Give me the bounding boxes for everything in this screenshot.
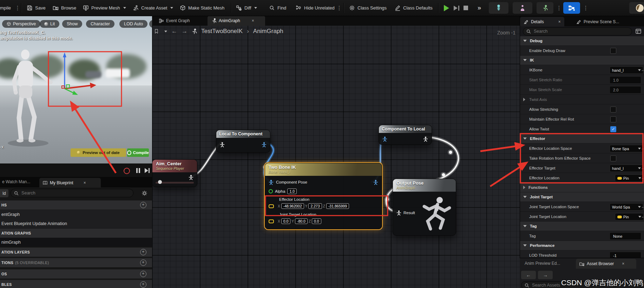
pose-pin-icon[interactable] bbox=[262, 142, 267, 147]
mesh-editor-button[interactable] bbox=[513, 2, 532, 14]
preview-out-of-date-button[interactable]: Preview out of date bbox=[71, 148, 126, 157]
reset-to-default-icon[interactable]: ← bbox=[641, 204, 644, 209]
display-filter-icon[interactable] bbox=[636, 29, 641, 34]
show-menu[interactable]: Show bbox=[62, 20, 82, 28]
gear-icon[interactable] bbox=[142, 190, 147, 196]
transform-gizmo[interactable] bbox=[62, 52, 96, 95]
pose-pin-icon[interactable] bbox=[220, 142, 225, 147]
maintain-effector-checkbox[interactable] bbox=[610, 116, 616, 122]
diff-button[interactable]: Diff bbox=[236, 0, 257, 16]
tab-anim-graph[interactable]: AnimGraph × bbox=[208, 16, 265, 26]
nav-back-icon[interactable]: ← bbox=[171, 28, 177, 35]
create-asset-button[interactable]: Create Asset bbox=[133, 0, 173, 16]
max-stretch-field[interactable]: 2.0 bbox=[610, 86, 641, 94]
joint-target-y-field[interactable]: -80.0 bbox=[295, 218, 308, 224]
compile-button-partial[interactable]: mpile bbox=[0, 0, 11, 16]
add-animation-layer-button[interactable]: + bbox=[140, 249, 146, 255]
animation-editor-options-icon[interactable]: ⋮ bbox=[556, 0, 562, 16]
close-icon[interactable]: × bbox=[558, 19, 561, 24]
search-input[interactable] bbox=[533, 28, 629, 34]
reset-to-default-icon[interactable]: ← bbox=[641, 67, 644, 72]
save-button[interactable]: Save bbox=[27, 0, 46, 16]
tab-details[interactable]: Details × bbox=[520, 17, 564, 26]
tab-asset-browser[interactable]: Asset Browser × bbox=[576, 259, 636, 269]
compile-options-icon[interactable]: ⋮ bbox=[15, 0, 20, 16]
animation-layers-section-header[interactable]: ATION LAYERS + bbox=[0, 248, 152, 257]
alpha-pin-icon[interactable] bbox=[269, 189, 273, 193]
pose-pin-icon[interactable] bbox=[189, 175, 193, 180]
ikbone-dropdown[interactable]: hand_l bbox=[610, 66, 643, 74]
enable-debug-draw-checkbox[interactable] bbox=[610, 48, 616, 54]
animation-graphs-section-header[interactable]: ATION GRAPHS bbox=[0, 229, 152, 238]
tab-anim-preview-editor[interactable]: Anim Preview Ed... bbox=[525, 261, 560, 266]
close-icon[interactable]: × bbox=[84, 180, 86, 185]
nav-forward-icon[interactable]: → bbox=[182, 28, 188, 35]
find-button[interactable]: Find bbox=[269, 0, 286, 16]
lod-menu[interactable]: LOD Auto bbox=[119, 20, 147, 28]
perspective-menu[interactable]: Perspective bbox=[2, 20, 40, 28]
tab-my-blueprint[interactable]: My Blueprint × bbox=[39, 178, 101, 187]
section-joint-target[interactable]: Joint Target bbox=[520, 192, 644, 202]
blueprint-editor-button[interactable]: ✱ bbox=[563, 2, 580, 14]
add-function-button[interactable]: + bbox=[140, 260, 146, 266]
close-icon[interactable]: × bbox=[252, 18, 254, 23]
viewport-compile-button[interactable]: Compile bbox=[127, 148, 149, 157]
start-stretch-field[interactable]: 1.0 bbox=[610, 76, 641, 84]
list-item-update-animation[interactable]: Event Blueprint Update Animation bbox=[0, 219, 152, 228]
reset-to-default-icon[interactable]: ← bbox=[641, 146, 644, 151]
animgraph-canvas[interactable]: Event Graph AnimGraph × ← → TestTwoBoneI… bbox=[152, 16, 520, 288]
close-icon[interactable]: × bbox=[622, 261, 624, 266]
reset-to-default-icon[interactable]: ← bbox=[641, 165, 644, 171]
pose-pin-icon[interactable] bbox=[396, 210, 401, 216]
tab-event-graph[interactable]: Event Graph bbox=[155, 16, 194, 26]
pose-pin-icon[interactable] bbox=[382, 136, 387, 142]
tab-preview-scene-settings[interactable]: Preview Scene S... bbox=[573, 17, 623, 26]
macros-section-header[interactable]: OS + bbox=[0, 269, 152, 279]
breadcrumb-current[interactable]: AnimGraph bbox=[253, 28, 283, 35]
character-menu[interactable]: Character bbox=[86, 20, 114, 28]
node-two-bone-ik[interactable]: Two Bone IK Bone: hand_l Component Pose … bbox=[265, 163, 382, 229]
section-performance[interactable]: Performance bbox=[520, 241, 644, 250]
reset-to-default-icon[interactable]: ← bbox=[641, 214, 644, 219]
add-button-partial[interactable]: ld bbox=[0, 189, 8, 197]
node-aim-center[interactable]: Aim_Center Sequence Player bbox=[152, 159, 197, 187]
add-graph-button[interactable]: + bbox=[140, 202, 146, 208]
row-twist-axis[interactable]: Twist Axis bbox=[520, 95, 644, 104]
joint-target-location-space-dropdown[interactable]: World Spa bbox=[610, 203, 643, 211]
hide-unrelated-button[interactable]: Hide Unrelated bbox=[296, 0, 335, 16]
vector-pin-icon[interactable] bbox=[269, 204, 274, 208]
section-debug[interactable]: Debug bbox=[520, 36, 644, 46]
class-settings-button[interactable]: Class Settings bbox=[349, 0, 387, 16]
preview-mesh-button[interactable]: Preview Mesh bbox=[83, 0, 126, 16]
reset-to-default-icon[interactable]: ← bbox=[641, 175, 644, 180]
vector-pin-icon[interactable] bbox=[269, 219, 274, 223]
node-output-pose[interactable]: Output Pose AnimGraph Result bbox=[393, 179, 456, 236]
tag-field[interactable]: None bbox=[610, 232, 641, 240]
play-button[interactable] bbox=[444, 0, 449, 16]
search-input[interactable] bbox=[21, 190, 130, 196]
step-forward-button[interactable] bbox=[145, 168, 150, 173]
my-blueprint-search[interactable] bbox=[11, 189, 133, 197]
section-tag[interactable]: Tag bbox=[520, 222, 644, 231]
sequence-scrub-knob[interactable] bbox=[158, 180, 162, 184]
joint-target-z-field[interactable]: 0.0 bbox=[312, 218, 321, 224]
effector-z-field[interactable]: -31.865999 bbox=[326, 203, 349, 209]
stop-button[interactable] bbox=[464, 0, 468, 16]
effector-x-field[interactable]: -48.962002 bbox=[281, 203, 304, 209]
pose-pin-icon[interactable] bbox=[423, 136, 428, 142]
section-effector[interactable]: Effector bbox=[520, 134, 644, 143]
node-local-to-component[interactable]: Local To Component bbox=[216, 130, 270, 153]
alpha-value-field[interactable]: 1.0 bbox=[287, 188, 297, 194]
make-static-mesh-button[interactable]: Make Static Mesh bbox=[180, 0, 224, 16]
preview-viewport[interactable]: Perspective Lit Show Character LOD Auto … bbox=[0, 16, 152, 164]
class-defaults-button[interactable]: Class Defaults bbox=[395, 0, 433, 16]
breadcrumb-root[interactable]: TestTwoBoneIK bbox=[201, 28, 243, 35]
animation-editor-button[interactable] bbox=[537, 2, 553, 14]
graphs-section-header[interactable]: HS + bbox=[0, 200, 152, 210]
browse-button[interactable]: Browse bbox=[53, 0, 76, 16]
pose-pin-icon[interactable] bbox=[269, 180, 274, 185]
tab-watch-manager[interactable]: e Watch Man... bbox=[2, 179, 30, 184]
blueprint-editor-options-icon[interactable]: ⋮ bbox=[583, 0, 589, 16]
allow-twist-checkbox[interactable]: ✓ bbox=[610, 126, 616, 132]
lit-menu[interactable]: Lit bbox=[40, 20, 59, 28]
